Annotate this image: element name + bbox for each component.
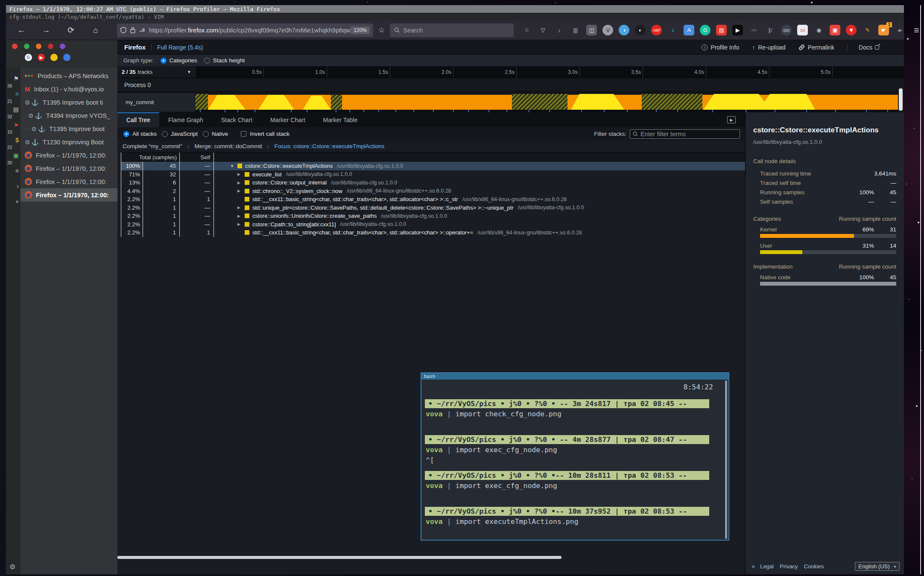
expand-arrow-icon[interactable]: ▶ bbox=[237, 222, 245, 226]
settings-gear-icon[interactable]: ⚙ bbox=[9, 563, 15, 571]
code-icon[interactable]: </> bbox=[749, 25, 759, 35]
dock-app-icon[interactable] bbox=[63, 54, 70, 61]
call-tree-row[interactable]: 2.2%1—▶std::unique_ptr<cstore::Cstore::S… bbox=[121, 204, 745, 212]
activity-graph[interactable] bbox=[195, 92, 898, 112]
window-list-item[interactable]: ⚙⚓T1230 Improving Boot bbox=[20, 135, 117, 149]
search-bar[interactable]: Search bbox=[390, 23, 514, 37]
language-select[interactable]: English (US) ▾ bbox=[855, 562, 900, 571]
translate-icon[interactable]: A bbox=[684, 25, 694, 35]
all-stacks-radio[interactable] bbox=[123, 131, 129, 137]
dark-reader-icon[interactable]: ◐ bbox=[635, 25, 646, 35]
window-list-item[interactable]: Firefox – 1/1/1970, 12:00: bbox=[20, 188, 117, 202]
dock-app-icon[interactable]: G bbox=[25, 54, 32, 61]
terminal-window[interactable]: bash 8:54:22 • ~/rr/VyOS/pics • j%0 • ?%… bbox=[421, 372, 729, 541]
expand-arrow-icon[interactable]: ▶ bbox=[237, 205, 245, 210]
col-total-samples[interactable]: Total (samples) bbox=[121, 152, 180, 162]
filter-stacks-input[interactable]: Enter filter terms bbox=[630, 129, 740, 139]
call-tree-row[interactable]: 2.2%11std::__cxx11::basic_string<char, s… bbox=[121, 228, 745, 237]
javascript-radio[interactable] bbox=[162, 131, 168, 137]
panel-arrow-icon[interactable]: 32➤ bbox=[6, 114, 20, 129]
shield-icon[interactable] bbox=[120, 27, 126, 33]
pencils-icon[interactable]: ✎ bbox=[862, 25, 873, 35]
dock-app-icon[interactable] bbox=[60, 44, 65, 49]
native-label[interactable]: Native bbox=[212, 131, 228, 137]
expand-arrow-icon[interactable]: ▶ bbox=[237, 172, 245, 176]
full-range-link[interactable]: Full Range (5.4s) bbox=[157, 44, 203, 51]
forward-icon[interactable]: → bbox=[41, 26, 51, 35]
tab-marker-chart[interactable]: Marker Chart bbox=[261, 112, 314, 127]
tab-stack-chart[interactable]: Stack Chart bbox=[212, 112, 261, 127]
call-tree-row[interactable]: 13%6—▶cstore::Cstore::output_internal/us… bbox=[121, 178, 745, 187]
panel-list-1-icon[interactable]: 36≡ bbox=[6, 83, 20, 98]
process-track-header[interactable]: Process 0 bbox=[117, 78, 904, 92]
zoom-level-badge[interactable]: 120% bbox=[351, 26, 370, 34]
breadcrumb-item[interactable]: Focus: cstore::Cstore::executeTmplAction… bbox=[275, 143, 384, 149]
dock-app-icon[interactable] bbox=[36, 44, 41, 49]
invert-call-stack-checkbox[interactable] bbox=[241, 131, 246, 137]
panel-notes-icon[interactable]: 21▤ bbox=[6, 98, 20, 114]
home-icon[interactable]: ⌂ bbox=[91, 26, 101, 35]
graph-type-categories-radio[interactable] bbox=[161, 58, 167, 64]
sidebar-expand-icon[interactable]: ▶ bbox=[727, 116, 736, 123]
call-tree-row[interactable]: 100%45—▼cstore::Cstore::executeTmplActio… bbox=[121, 162, 745, 170]
volume-muted-icon[interactable]: ◀× bbox=[895, 25, 905, 35]
timeline-scrollbar[interactable] bbox=[899, 88, 903, 111]
reload-icon[interactable]: ⟳ bbox=[66, 25, 76, 35]
reupload-button[interactable]: ↑Re-upload bbox=[752, 44, 786, 51]
lock-icon[interactable] bbox=[130, 27, 135, 33]
video-play-icon[interactable]: ▶ bbox=[732, 25, 743, 35]
bookmark-star-icon[interactable]: ☆ bbox=[521, 25, 532, 35]
window-list-item[interactable]: ·⚙⚓T4394 Improve VYOS_ bbox=[20, 109, 117, 122]
panel-expand-icon[interactable]: › bbox=[6, 175, 20, 190]
permissions-icon[interactable] bbox=[139, 28, 145, 33]
permalink-button[interactable]: Permalink bbox=[798, 44, 834, 51]
native-radio[interactable] bbox=[203, 131, 209, 137]
stack-height-label[interactable]: Stack height bbox=[213, 57, 245, 64]
call-tree-row[interactable]: 2.2%11std::__cxx11::basic_string<char, s… bbox=[121, 195, 745, 204]
clipboard-red-icon[interactable]: ▤ bbox=[716, 25, 727, 35]
panel-list-2-icon[interactable]: 30≡ bbox=[6, 160, 20, 175]
horizontal-scrollbar[interactable] bbox=[117, 556, 561, 559]
window-list-item[interactable]: Products – APS Networks bbox=[20, 69, 117, 82]
camera-icon[interactable]: ▣ bbox=[830, 25, 840, 35]
close-icon[interactable]: × bbox=[751, 563, 755, 570]
breadcrumb-item[interactable]: Complete “my_commit” bbox=[123, 143, 182, 149]
window-list-item[interactable]: Firefox – 1/1/1970, 12:00: bbox=[20, 175, 117, 188]
dock-app-icon[interactable] bbox=[24, 44, 29, 49]
bookmark-star-icon[interactable]: ☆ bbox=[378, 26, 385, 35]
window-list-item[interactable]: MInbox (1) - v.huti@vyos.io bbox=[20, 82, 117, 96]
breadcrumb-item[interactable]: Merge: commit::doCommit bbox=[195, 143, 262, 149]
tab-marker-table[interactable]: Marker Table bbox=[314, 112, 367, 127]
call-tree-row[interactable]: 2.2%1—▶cstore::unionfs::UnionfsCstore::c… bbox=[121, 212, 745, 220]
terminal-scrollbar[interactable] bbox=[725, 380, 727, 539]
panel-add-icon[interactable]: + bbox=[6, 190, 20, 206]
tracks-dropdown[interactable]: 2 / 35 tracks ▼ bbox=[117, 66, 195, 78]
expand-arrow-icon[interactable]: ▶ bbox=[237, 181, 245, 185]
footer-link-cookies[interactable]: Cookies bbox=[804, 563, 824, 570]
stripes-icon[interactable]: ∥/ bbox=[765, 25, 775, 35]
wappalyzer-icon[interactable]: ◑ bbox=[619, 25, 629, 35]
panel-folder-icon[interactable]: 22▣ bbox=[6, 144, 20, 160]
dock-app-icon[interactable] bbox=[50, 54, 58, 61]
s3-icon[interactable]: S3 bbox=[797, 25, 808, 35]
call-tree-row[interactable]: 4.4%2—▶std::chrono::_V2::system_clock::n… bbox=[121, 187, 745, 196]
sidebar-toggle-icon[interactable]: ◫ bbox=[586, 25, 597, 35]
grammarly-icon[interactable]: G bbox=[700, 25, 711, 35]
expand-arrow-icon[interactable]: ▶ bbox=[237, 189, 245, 193]
youtube-pin-icon[interactable]: ▼ bbox=[846, 25, 857, 35]
col-self[interactable]: Self bbox=[180, 152, 214, 162]
adblock-plus-icon[interactable]: ABP bbox=[651, 25, 662, 35]
dock-app-icon[interactable] bbox=[12, 44, 18, 49]
dock-app-icon[interactable]: ▶ bbox=[38, 54, 45, 61]
collapse-arrow-icon[interactable]: ▼ bbox=[230, 164, 237, 168]
music-note-icon[interactable]: ♪ bbox=[667, 25, 678, 35]
docs-button[interactable]: Docs bbox=[847, 44, 879, 51]
terminal-title-bar[interactable]: bash bbox=[421, 373, 728, 380]
panel-pinned-icon[interactable]: ⚑ bbox=[6, 67, 20, 83]
window-list-item[interactable]: ⚙⚓T1395 Improve boot ti bbox=[20, 96, 117, 109]
all-stacks-label[interactable]: All stacks bbox=[132, 131, 157, 137]
download-icon[interactable]: ↓ bbox=[554, 25, 564, 35]
window-list-item[interactable]: Firefox – 1/1/1970, 12:00: bbox=[20, 162, 117, 175]
hand-icon[interactable]: ☛1 bbox=[878, 25, 889, 35]
back-icon[interactable]: ← bbox=[16, 26, 26, 35]
